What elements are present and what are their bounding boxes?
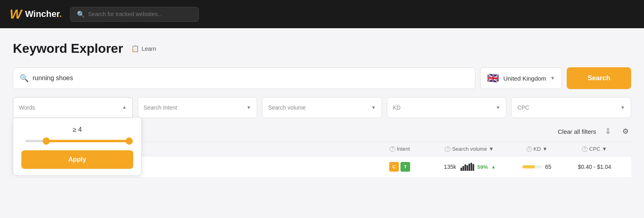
words-dropdown-panel: ≥ 4 Apply (13, 118, 142, 176)
volume-cell: 135k 59% ▲ (429, 163, 510, 171)
slider-thumb-right[interactable] (126, 137, 133, 145)
gear-icon: ⚙ (622, 127, 629, 135)
kd-col-header: ? KD ▼ (513, 146, 561, 152)
cpc-cell: $0.40 - $1.04 (564, 164, 625, 170)
slider-track-active (46, 140, 129, 142)
kd-help-icon[interactable]: ? (526, 146, 532, 152)
kd-label: KD (393, 104, 400, 111)
words-filter[interactable]: Words ▼ (13, 97, 133, 118)
search-volume-filter[interactable]: Search volume ▼ (262, 97, 382, 118)
intent-help-icon[interactable]: ? (390, 146, 395, 152)
chevron-down-icon: ▼ (495, 105, 500, 110)
sort-icon[interactable]: ▼ (489, 146, 494, 152)
settings-button[interactable]: ⚙ (620, 125, 631, 138)
country-name: United Kingdom (503, 75, 546, 82)
volume-bars (460, 163, 474, 171)
volume-help-icon[interactable]: ? (445, 146, 450, 152)
volume-col-header: ? Search volume ▼ (429, 146, 510, 152)
intent-col-header: ? Intent (374, 146, 426, 152)
vbar-3 (464, 164, 466, 171)
vbar-4 (466, 165, 468, 171)
filters-row: Words ▼ ≥ 4 Apply Search Intent ▼ Search… (13, 97, 631, 118)
chevron-down-icon: ▼ (620, 105, 625, 110)
trend-up-icon: ▲ (491, 164, 496, 170)
country-flag-icon: 🇬🇧 (487, 73, 499, 84)
vbar-2 (462, 166, 464, 171)
volume-pct: 59% (477, 164, 488, 170)
kd-fill (522, 165, 535, 168)
logo-text: Wincher. (25, 9, 62, 19)
vbar-5 (469, 164, 470, 171)
logo: W Wincher. (10, 7, 62, 22)
intent-cell: C T (374, 162, 426, 172)
download-button[interactable]: ⇩ (603, 125, 613, 138)
cpc-col-header: ? CPC ▼ (564, 146, 625, 152)
kd-cell: 65 (513, 164, 561, 170)
learn-label: Learn (142, 46, 156, 52)
header: W Wincher. 🔍 (0, 0, 644, 28)
cpc-value: $0.40 - $1.04 (578, 164, 611, 170)
keyword-input[interactable] (33, 75, 469, 82)
vbar-1 (460, 168, 462, 171)
cpc-label: CPC (517, 104, 529, 111)
keyword-search-bar: 🔍 🇬🇧 United Kingdom ▼ Search (13, 67, 631, 89)
intent-c-badge: C (389, 162, 399, 172)
search-intent-filter[interactable]: Search Intent ▼ (138, 97, 258, 118)
words-slider[interactable] (25, 140, 129, 142)
main-content: Keyword Explorer 📋 Learn 🔍 🇬🇧 United Kin… (0, 28, 644, 178)
kd-number: 65 (545, 164, 551, 170)
chevron-up-icon: ▼ (122, 105, 127, 110)
cpc-col-label: CPC (589, 146, 600, 152)
words-range-label: ≥ 4 (21, 126, 133, 133)
intent-col-label: Intent (397, 146, 410, 152)
header-search-input[interactable] (88, 11, 192, 17)
learn-button[interactable]: 📋 Learn (131, 45, 156, 52)
search-icon: 🔍 (77, 10, 85, 18)
clear-all-filters-button[interactable]: Clear all filters (558, 128, 596, 135)
keyword-input-wrapper[interactable]: 🔍 (13, 67, 475, 89)
vbar-6 (471, 163, 472, 171)
words-filter-label: Words (19, 104, 35, 111)
search-button[interactable]: Search (567, 67, 631, 89)
vbar-7 (473, 164, 474, 171)
slider-thumb-left[interactable] (43, 137, 50, 145)
intent-t-badge: T (400, 162, 410, 172)
cpc-sort-icon[interactable]: ▼ (602, 146, 607, 152)
chevron-down-icon: ▼ (246, 105, 251, 110)
header-search-box[interactable]: 🔍 (70, 7, 199, 22)
search-icon-main: 🔍 (20, 74, 29, 83)
cpc-filter[interactable]: CPC ▼ (511, 97, 631, 118)
kd-filter[interactable]: KD ▼ (387, 97, 507, 118)
logo-w-icon: W (10, 7, 22, 22)
search-volume-label: Search volume (268, 104, 305, 111)
kd-sort-icon[interactable]: ▼ (543, 146, 548, 152)
chevron-down-icon: ▼ (550, 75, 555, 81)
country-selector[interactable]: 🇬🇧 United Kingdom ▼ (480, 67, 562, 89)
apply-button[interactable]: Apply (21, 150, 133, 169)
cpc-help-icon[interactable]: ? (582, 146, 588, 152)
search-intent-label: Search Intent (144, 104, 177, 111)
volume-col-label: Search volume (452, 146, 487, 152)
kd-bar (522, 165, 542, 168)
book-icon: 📋 (131, 45, 139, 52)
page-header: Keyword Explorer 📋 Learn (13, 41, 631, 56)
volume-number: 135k (443, 164, 457, 170)
kd-col-label: KD (534, 146, 541, 152)
page-title: Keyword Explorer (13, 41, 123, 56)
download-icon: ⇩ (605, 127, 611, 135)
chevron-down-icon: ▼ (371, 105, 376, 110)
